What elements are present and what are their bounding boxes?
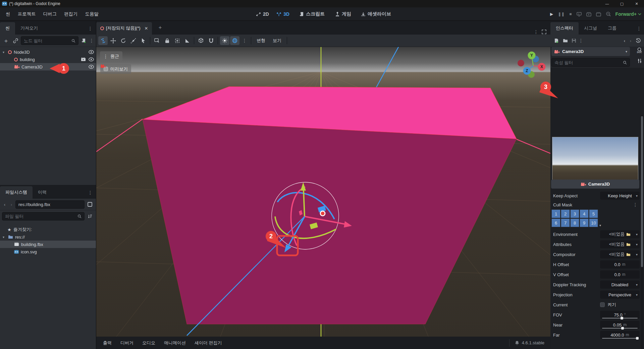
close-button[interactable]: ✕ (629, 0, 644, 7)
tab-signals[interactable]: 시그널 (579, 22, 602, 35)
resource-extra-menu-icon[interactable]: ⋮ (579, 38, 583, 43)
tab-scene[interactable]: 씬 (0, 22, 15, 35)
cull-mask-menu-icon[interactable]: ⋮ (633, 202, 638, 207)
inspector-scrollbar[interactable] (641, 115, 643, 349)
doppler-select[interactable]: Disabled▾ (600, 281, 640, 289)
checkbox-icon[interactable] (600, 302, 605, 307)
far-field[interactable]: 4000.0m (600, 331, 640, 339)
cull-mask-layer[interactable]: 7 (561, 218, 570, 227)
tab-output[interactable]: 출력 (100, 339, 115, 347)
compositor-resource[interactable]: <비었음 ▾ (600, 250, 640, 258)
menu-project[interactable]: 프로젝트 (15, 10, 39, 18)
load-resource-icon[interactable] (561, 37, 569, 45)
transform-menu[interactable]: 변형 (253, 36, 269, 45)
keep-aspect-select[interactable]: Keep Height▾ (600, 192, 640, 200)
forward-icon[interactable]: › (9, 200, 14, 208)
movie-maker-button[interactable] (606, 12, 611, 16)
visibility-eye-icon[interactable] (89, 50, 94, 54)
expander-icon[interactable]: ▾ (3, 235, 6, 239)
fov-slider[interactable] (602, 318, 638, 318)
new-tab-button[interactable]: ＋ (152, 21, 168, 35)
tab-audio[interactable]: 오디오 (139, 339, 159, 347)
lock-icon[interactable] (162, 36, 172, 45)
cull-mask-layer[interactable]: 1 (551, 209, 560, 218)
quick-load-icon[interactable] (626, 253, 631, 256)
cull-mask-layer[interactable]: 8 (570, 218, 579, 227)
preview-sun-icon[interactable] (220, 36, 229, 45)
renderer-select[interactable]: Forward+ (615, 11, 641, 17)
near-slider[interactable] (602, 328, 638, 329)
tree-row-building[interactable]: building (0, 56, 96, 63)
tool-select[interactable] (98, 36, 108, 45)
viewport-3d[interactable]: Y X Z ⋮ 원근 미리보기 (96, 47, 550, 337)
snap-cube-icon[interactable] (196, 36, 206, 45)
tab-inspector[interactable]: 인스펙터 (550, 22, 579, 35)
inspected-node-select[interactable]: Camera3D ▾ (551, 47, 630, 56)
version-label[interactable]: 4.6.1.stable (522, 340, 544, 345)
near-field[interactable]: 0.05m (600, 321, 640, 329)
h-offset-field[interactable]: 0.0m (600, 260, 640, 268)
projection-select[interactable]: Perspective▾ (600, 291, 640, 299)
workspace-assetlib[interactable]: 애셋라이브 (361, 7, 391, 21)
pause-button[interactable]: ❚❚ (558, 12, 565, 16)
scene-extra-menu-icon[interactable]: ⋮ (89, 38, 94, 43)
fs-row-root[interactable]: ▾ res:// (0, 233, 96, 241)
maximize-button[interactable]: ▢ (614, 0, 629, 7)
tab-groups[interactable]: 그룹 (602, 22, 622, 35)
preview-environment-icon[interactable] (230, 36, 239, 45)
quick-load-icon[interactable] (626, 243, 631, 246)
group-icon[interactable] (172, 36, 182, 45)
visibility-eye-icon[interactable] (89, 65, 94, 69)
close-tab-icon[interactable]: ✕ (145, 26, 148, 31)
view-menu[interactable]: 보기 (269, 36, 285, 45)
cull-mask-layer[interactable]: 5 (589, 209, 598, 218)
tool-select-arrow[interactable] (139, 36, 148, 45)
tab-debugger[interactable]: 디버거 (117, 339, 137, 347)
v-offset-field[interactable]: 0.0m (600, 270, 640, 279)
tab-shader-editor[interactable]: 셰이더 편집기 (191, 339, 225, 347)
dock-menu-icon[interactable]: ⋮ (85, 22, 96, 35)
ruler-icon[interactable] (182, 36, 192, 45)
file-filter-input[interactable] (5, 214, 75, 219)
open-scene-icon[interactable] (81, 57, 86, 61)
cull-mask-layer[interactable]: 3 (570, 209, 579, 218)
minimize-button[interactable]: — (600, 0, 614, 7)
attach-script-button[interactable] (80, 37, 88, 45)
menu-editor[interactable]: 편집기 (61, 10, 81, 18)
cull-mask-layer[interactable]: 4 (580, 209, 589, 218)
history-back-icon[interactable]: ‹ (622, 37, 627, 45)
workspace-3d[interactable]: 3D (276, 7, 289, 21)
menu-help[interactable]: 도움말 (82, 10, 102, 18)
tab-import[interactable]: 가져오기 (15, 22, 43, 35)
cull-mask-layer[interactable]: 9 (580, 218, 589, 227)
property-filter-input[interactable] (554, 60, 621, 65)
tab-list-menu-icon[interactable]: ⋮ (534, 29, 538, 35)
instance-scene-button[interactable] (11, 37, 19, 45)
cull-mask-layer[interactable]: 2 (561, 209, 570, 218)
visibility-eye-icon[interactable] (89, 57, 94, 61)
cull-mask-layer[interactable]: 10 (589, 218, 598, 227)
save-resource-icon[interactable] (570, 37, 578, 45)
back-icon[interactable]: ‹ (2, 200, 7, 208)
tool-scale[interactable] (128, 36, 138, 45)
open-docs-icon[interactable]: DOC (637, 47, 642, 54)
tool-move[interactable] (108, 36, 118, 45)
expander-icon[interactable]: ▾ (3, 50, 6, 54)
quick-load-icon[interactable] (626, 233, 631, 236)
sort-icon[interactable] (86, 212, 94, 220)
tree-row-node3d[interactable]: ▾ Node3D (0, 48, 96, 56)
tab-history[interactable]: 이력 (33, 186, 52, 199)
tool-list-select[interactable] (152, 36, 162, 45)
play-custom-scene-button[interactable] (596, 12, 601, 16)
tab-filesystem[interactable]: 파일시스템 (0, 186, 33, 199)
tree-row-camera3d[interactable]: Camera3D (0, 63, 96, 70)
dock-menu-icon[interactable]: ⋮ (85, 187, 96, 199)
remote-debug-icon[interactable] (577, 12, 582, 16)
fs-path-box[interactable]: res://building.fbx (15, 200, 85, 209)
node-filter-input[interactable] (24, 38, 69, 43)
far-slider[interactable] (602, 338, 638, 339)
cull-mask-layer[interactable]: 6 (551, 218, 560, 227)
dock-menu-icon[interactable]: ⋮ (634, 22, 644, 35)
property-tools-icon[interactable] (637, 58, 642, 64)
tab-animation[interactable]: 애니메이션 (161, 339, 189, 347)
